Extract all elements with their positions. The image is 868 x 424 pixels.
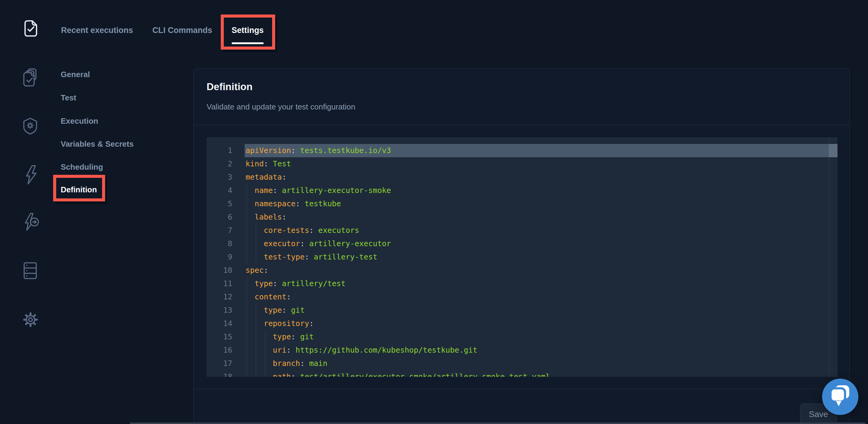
code-line[interactable]: 10 spec: bbox=[207, 264, 837, 277]
settings-menu-item[interactable]: Scheduling bbox=[61, 162, 103, 172]
code-line[interactable]: 15 type: git bbox=[207, 330, 837, 344]
test-document-check-icon[interactable] bbox=[24, 20, 38, 37]
indent-guide bbox=[247, 304, 247, 317]
active-tab-underline bbox=[231, 43, 264, 44]
sidebar-item-executors[interactable] bbox=[22, 117, 38, 135]
code-line[interactable]: 1 apiVersion: tests.testkube.io/v3 bbox=[207, 144, 837, 157]
line-number: 7 bbox=[207, 224, 232, 237]
indent-guide bbox=[256, 370, 256, 377]
settings-gear-icon bbox=[23, 311, 38, 328]
settings-menu-item[interactable]: Variables & Secrets bbox=[61, 139, 133, 149]
definition-panel-header: Definition Validate and update your test… bbox=[194, 69, 849, 125]
page-title: Definition bbox=[207, 81, 252, 93]
line-number: 3 bbox=[207, 171, 232, 184]
editor-scrollbar[interactable] bbox=[829, 137, 837, 377]
line-number: 13 bbox=[207, 304, 232, 317]
triggers-lightning-icon bbox=[24, 165, 39, 185]
topnav-tab[interactable]: CLI Commands bbox=[153, 25, 212, 35]
indent-guide bbox=[247, 197, 247, 210]
topnav-tabs: Recent executions CLI Commands Settings bbox=[61, 25, 264, 35]
indent-guide bbox=[265, 344, 265, 357]
indent-guide bbox=[247, 330, 247, 344]
code-line[interactable]: 5 namespace: testkube bbox=[207, 197, 837, 210]
indent-guide bbox=[256, 317, 256, 330]
line-number: 17 bbox=[207, 357, 232, 370]
indent-guide bbox=[247, 317, 247, 330]
tests-icon bbox=[23, 68, 39, 86]
code-line[interactable]: 3 metadata: bbox=[207, 171, 837, 184]
sidebar-item-settings[interactable] bbox=[23, 311, 38, 328]
line-number: 2 bbox=[207, 157, 232, 171]
indent-guide bbox=[256, 344, 256, 357]
indent-guide bbox=[247, 210, 247, 224]
indent-guide bbox=[247, 290, 247, 304]
code-area: 1 apiVersion: tests.testkube.io/v3 2 kin… bbox=[207, 144, 837, 377]
settings-menu-item[interactable]: Execution bbox=[61, 116, 98, 126]
indent-guide bbox=[256, 357, 256, 370]
code-line[interactable]: 16 uri: https://github.com/kubeshop/test… bbox=[207, 344, 837, 357]
indent-guide bbox=[247, 277, 247, 290]
topnav-tab-label: CLI Commands bbox=[153, 26, 212, 35]
code-line[interactable]: 14 repository: bbox=[207, 317, 837, 330]
indent-guide bbox=[265, 370, 265, 377]
settings-menu-item[interactable]: General bbox=[61, 69, 90, 79]
executors-shield-gear-icon bbox=[22, 117, 38, 135]
sidebar-item-webhooks[interactable] bbox=[23, 213, 40, 231]
code-line[interactable]: 13 type: git bbox=[207, 304, 837, 317]
sources-server-icon bbox=[23, 262, 37, 279]
code-line[interactable]: 12 content: bbox=[207, 290, 837, 304]
line-number: 12 bbox=[207, 290, 232, 304]
line-number: 18 bbox=[207, 370, 232, 377]
sidebar-item-sources[interactable] bbox=[23, 262, 37, 279]
code-line[interactable]: 17 branch: main bbox=[207, 357, 837, 370]
line-number: 10 bbox=[207, 264, 232, 277]
topnav-tab[interactable]: Settings bbox=[231, 25, 264, 35]
yaml-definition-editor[interactable]: 1 apiVersion: tests.testkube.io/v3 2 kin… bbox=[207, 137, 837, 377]
definition-panel-footer: Save bbox=[194, 389, 849, 424]
line-number: 8 bbox=[207, 237, 232, 250]
line-number: 14 bbox=[207, 317, 232, 330]
indent-guide bbox=[247, 184, 247, 197]
sidebar-item-triggers[interactable] bbox=[24, 165, 39, 185]
topnav-tab[interactable]: Recent executions bbox=[61, 25, 133, 35]
indent-guide bbox=[256, 237, 256, 250]
code-line[interactable]: 6 labels: bbox=[207, 210, 837, 224]
settings-menu-item[interactable]: Test bbox=[61, 93, 76, 103]
indent-guide bbox=[256, 304, 256, 317]
line-number: 4 bbox=[207, 184, 232, 197]
window-bottom-edge bbox=[130, 423, 866, 424]
annotation-box-definition-item bbox=[53, 175, 105, 201]
line-number: 6 bbox=[207, 210, 232, 224]
settings-menu-item-label: Scheduling bbox=[61, 162, 103, 171]
settings-menu-item-label: Test bbox=[61, 93, 76, 102]
indent-guide bbox=[247, 224, 247, 237]
sidebar-item-tests[interactable] bbox=[23, 68, 39, 86]
chat-launcher-button[interactable] bbox=[822, 379, 858, 415]
code-line[interactable]: 4 name: artillery-executor-smoke bbox=[207, 184, 837, 197]
topnav-tab-label: Recent executions bbox=[61, 26, 133, 35]
definition-panel: Definition Validate and update your test… bbox=[193, 68, 849, 424]
testkube-settings-page: Recent executions CLI Commands Settings bbox=[0, 0, 868, 424]
indent-guide bbox=[265, 357, 265, 370]
code-line[interactable]: 9 test-type: artillery-test bbox=[207, 250, 837, 264]
code-line[interactable]: 8 executor: artillery-executor bbox=[207, 237, 837, 250]
settings-menu-item-label: General bbox=[61, 70, 90, 79]
webhooks-lightning-arrow-icon bbox=[23, 213, 40, 231]
indent-guide bbox=[256, 250, 256, 264]
indent-guide bbox=[247, 344, 247, 357]
indent-guide bbox=[256, 224, 256, 237]
settings-menu-item-label: Variables & Secrets bbox=[61, 139, 133, 148]
code-line[interactable]: 2 kind: Test bbox=[207, 157, 837, 171]
chat-bubbles-icon bbox=[822, 411, 858, 416]
indent-guide bbox=[265, 330, 265, 344]
line-number: 1 bbox=[207, 144, 232, 157]
indent-guide bbox=[247, 250, 247, 264]
settings-menu-item[interactable]: Definition bbox=[61, 185, 97, 194]
code-line[interactable]: 11 type: artillery/test bbox=[207, 277, 837, 290]
indent-guide bbox=[247, 370, 247, 377]
indent-guide bbox=[247, 357, 247, 370]
line-number: 15 bbox=[207, 330, 232, 344]
code-line[interactable]: 7 core-tests: executors bbox=[207, 224, 837, 237]
page-subtitle: Validate and update your test configurat… bbox=[207, 102, 355, 111]
code-line[interactable]: 18 path: test/artillery/executor-smoke/a… bbox=[207, 370, 837, 377]
